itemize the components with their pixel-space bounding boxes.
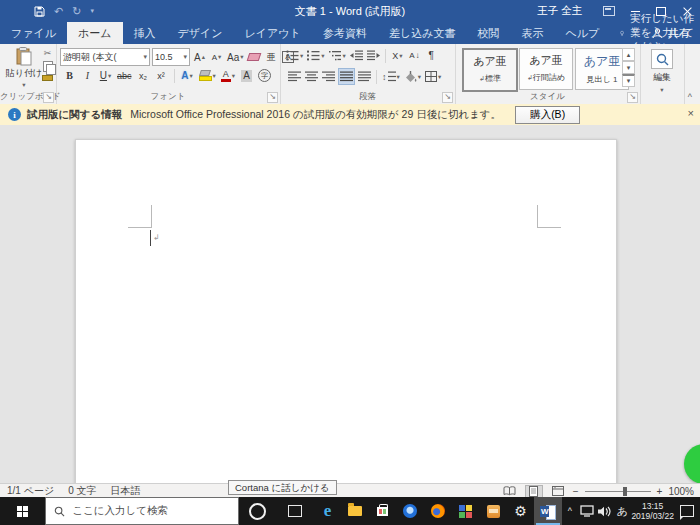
taskbar-edge[interactable]: e — [314, 497, 342, 525]
taskbar-app-colorful[interactable] — [452, 497, 480, 525]
styles-scroll-up-button[interactable]: ▴ — [622, 48, 635, 61]
justify-button[interactable] — [338, 68, 355, 85]
message-bar-close-icon[interactable]: × — [688, 107, 694, 119]
paste-button[interactable]: 貼り付け ▾ — [5, 47, 43, 89]
tab-insert[interactable]: 挿入 — [123, 22, 167, 44]
shading-button[interactable]: ▾ — [403, 69, 422, 84]
paragraph-dialog-launcher[interactable]: ↘ — [442, 92, 453, 103]
taskbar-app-orange[interactable] — [479, 497, 507, 525]
document-area[interactable]: ↲ — [0, 125, 700, 483]
tab-review[interactable]: 校閲 — [466, 22, 510, 44]
distribute-button[interactable] — [357, 69, 372, 84]
buy-button[interactable]: 購入(B) — [515, 106, 580, 124]
tab-file[interactable]: ファイル — [0, 22, 67, 44]
shrink-font-button[interactable]: A▾ — [209, 50, 224, 65]
asian-layout-button[interactable]: X▾ — [390, 48, 405, 63]
taskbar-file-explorer[interactable] — [341, 497, 369, 525]
bullets-button[interactable]: ▾ — [285, 48, 304, 63]
character-shading-button[interactable]: A — [239, 68, 254, 83]
taskbar-store[interactable] — [369, 497, 397, 525]
tab-references[interactable]: 参考資料 — [312, 22, 378, 44]
editing-dropdown-icon: ▾ — [660, 86, 663, 94]
share-button[interactable]: 共有 — [652, 22, 690, 44]
volume-tray-button[interactable] — [596, 497, 614, 525]
cortana-button[interactable] — [239, 497, 276, 525]
styles-scroll-down-button[interactable]: ▾ — [622, 61, 635, 74]
zoom-out-button[interactable]: − — [573, 486, 579, 497]
font-color-button[interactable]: A ▾ — [220, 68, 236, 83]
collapse-ribbon-button[interactable]: ^ — [688, 92, 692, 102]
line-spacing-button[interactable]: ↕ ▾ — [381, 69, 401, 84]
borders-button[interactable]: ▾ — [424, 69, 442, 84]
network-tray-button[interactable] — [578, 497, 596, 525]
clipboard-dialog-launcher[interactable]: ↘ — [43, 92, 54, 103]
ime-mode-button[interactable]: あ — [613, 497, 631, 525]
tab-home[interactable]: ホーム — [67, 22, 123, 44]
show-hidden-icons-button[interactable]: ^ — [562, 497, 578, 525]
subscript-button[interactable]: x₂ — [136, 68, 151, 83]
show-formatting-marks-button[interactable]: ¶ — [424, 48, 439, 63]
web-layout-button[interactable] — [549, 485, 567, 498]
clear-formatting-button[interactable] — [247, 50, 262, 65]
increase-indent-button[interactable] — [366, 48, 381, 63]
zoom-slider[interactable] — [585, 485, 651, 498]
ribbon-display-options-button[interactable] — [596, 0, 622, 22]
text-effects-button[interactable]: A▾ — [180, 68, 195, 83]
bold-button[interactable]: B — [62, 68, 77, 83]
tab-help[interactable]: ヘルプ — [554, 22, 610, 44]
decrease-indent-button[interactable] — [349, 48, 364, 63]
align-right-button[interactable] — [321, 69, 336, 84]
style-no-spacing[interactable]: あア亜 ↲行間詰め — [519, 48, 573, 90]
align-left-button[interactable] — [287, 69, 302, 84]
taskbar-settings[interactable]: ⚙ — [507, 497, 535, 525]
zoom-in-button[interactable]: + — [657, 486, 663, 497]
action-center-button[interactable] — [674, 497, 700, 525]
style-normal[interactable]: あア亜 ↲標準 — [462, 48, 518, 92]
superscript-button[interactable]: x² — [154, 68, 169, 83]
task-view-button[interactable] — [276, 497, 313, 525]
paste-dropdown-icon[interactable]: ▾ — [22, 81, 25, 89]
italic-button[interactable]: I — [80, 68, 95, 83]
style-heading1[interactable]: あア亜 見出し 1 — [575, 48, 629, 90]
taskbar-word[interactable]: W — [534, 497, 562, 525]
language-indicator[interactable]: 日本語 — [111, 484, 141, 498]
word-count[interactable]: 0 文字 — [68, 484, 96, 498]
font-name-combo[interactable]: 游明朝 (本文( ▾ — [60, 48, 150, 66]
zoom-slider-thumb[interactable] — [623, 487, 627, 496]
copy-icon[interactable] — [43, 61, 53, 72]
editing-button[interactable]: 編集 ▾ — [648, 49, 676, 94]
font-dialog-launcher[interactable]: ↘ — [267, 92, 278, 103]
enclose-characters-button[interactable]: 字 — [257, 68, 272, 83]
cut-icon[interactable]: ✂ — [44, 48, 52, 58]
change-case-button[interactable]: Aa▾ — [226, 50, 245, 65]
tab-layout[interactable]: レイアウト — [234, 22, 312, 44]
read-mode-button[interactable] — [501, 485, 519, 498]
align-center-button[interactable] — [304, 69, 319, 84]
highlight-color-button[interactable]: ▾ — [198, 68, 217, 83]
taskbar-app-blue[interactable] — [396, 497, 424, 525]
strikethrough-button[interactable]: abc — [116, 68, 133, 83]
overlay-green-indicator[interactable] — [684, 444, 700, 484]
clock[interactable]: 13:15 2019/03/22 — [631, 497, 674, 525]
tab-mailings[interactable]: 差し込み文書 — [378, 22, 467, 44]
sort-button[interactable]: A↓ — [407, 48, 422, 63]
zoom-level[interactable]: 100% — [668, 486, 694, 497]
font-size-combo[interactable]: 10.5 ▾ — [152, 48, 190, 66]
underline-button[interactable]: U▾ — [98, 68, 113, 83]
grow-font-button[interactable]: A▴ — [192, 50, 207, 65]
print-layout-button[interactable] — [525, 485, 543, 498]
document-page[interactable] — [75, 139, 617, 485]
tab-view[interactable]: 表示 — [510, 22, 554, 44]
multilevel-list-button[interactable]: ▾ — [328, 48, 347, 63]
start-button[interactable] — [0, 497, 45, 525]
styles-dialog-launcher[interactable]: ↘ — [627, 92, 638, 103]
taskbar-firefox[interactable] — [424, 497, 452, 525]
numbering-button[interactable]: ▾ — [306, 48, 325, 63]
tab-design[interactable]: デザイン — [167, 22, 234, 44]
page-indicator[interactable]: 1/1 ページ — [7, 484, 54, 498]
ruby-button[interactable]: 亜 — [264, 50, 279, 65]
styles-gallery-more-button[interactable]: ▾ — [622, 74, 635, 87]
taskbar-search-input[interactable]: ここに入力して検索 — [45, 497, 238, 525]
format-painter-icon[interactable] — [42, 75, 53, 81]
signed-in-user[interactable]: 王子 全主 — [537, 4, 582, 18]
